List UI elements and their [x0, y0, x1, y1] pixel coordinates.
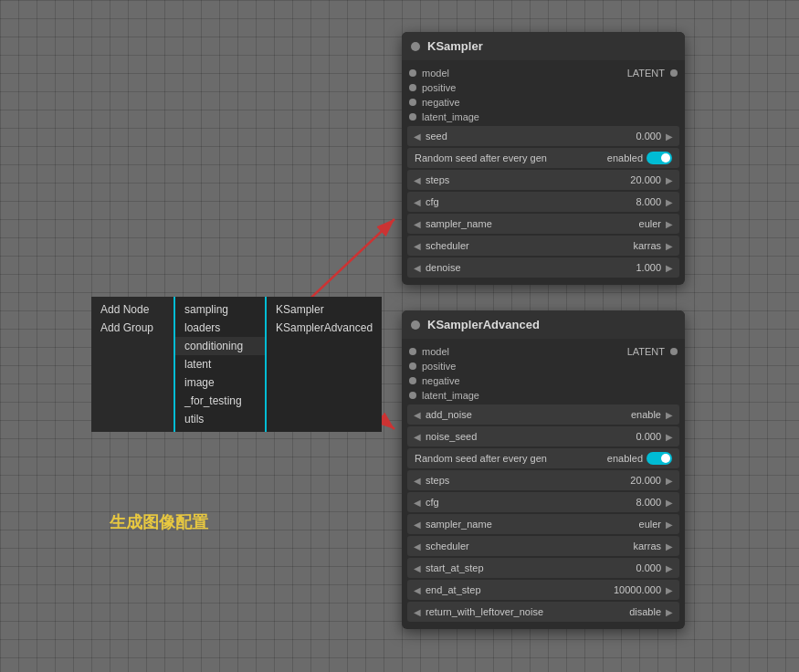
- ksampler-adv-steps-row[interactable]: ◀ steps 20.000 ▶: [407, 470, 679, 490]
- ksampler-adv-start-at-step-left[interactable]: ◀: [411, 563, 424, 573]
- ksampler-adv-scheduler-row[interactable]: ◀ scheduler karras ▶: [407, 536, 679, 556]
- ksampler-seed-row[interactable]: ◀ seed 0.000 ▶: [407, 126, 679, 146]
- ksampler-sampler-name-label: sampler_name: [424, 218, 639, 229]
- ksampler-adv-scheduler-label: scheduler: [424, 541, 633, 551]
- context-menu-right: KSampler KSamplerAdvanced: [265, 297, 382, 432]
- ksampler-adv-cfg-right[interactable]: ▶: [663, 498, 676, 508]
- ksampler-adv-return-noise-left[interactable]: ◀: [411, 607, 424, 617]
- ksampler-toggle-row[interactable]: Random seed after every gen enabled: [407, 148, 679, 168]
- ksampler-adv-add-noise-left[interactable]: ◀: [411, 410, 424, 420]
- ksampler-denoise-value: 1.000: [636, 262, 663, 273]
- ksampler-adv-return-noise-row[interactable]: ◀ return_with_leftover_noise disable ▶: [407, 602, 679, 622]
- ksampler-port-positive-label: positive: [422, 82, 678, 93]
- ksampler-adv-return-noise-right[interactable]: ▶: [663, 607, 676, 617]
- ksampler-cfg-value: 8.000: [636, 196, 663, 207]
- ksampler-adv-noise-seed-left[interactable]: ◀: [411, 432, 424, 442]
- ksampler-denoise-row[interactable]: ◀ denoise 1.000 ▶: [407, 257, 679, 278]
- ksampler-seed-left[interactable]: ◀: [411, 131, 424, 142]
- ksampler-latent-dot: [670, 69, 678, 77]
- ksampler-adv-noise-seed-label: noise_seed: [424, 431, 636, 442]
- ksampler-adv-start-at-step-right[interactable]: ▶: [663, 563, 676, 573]
- menu-conditioning[interactable]: conditioning: [175, 337, 265, 355]
- ksampler-port-model-label: model: [422, 68, 622, 79]
- ksampler-adv-toggle-switch[interactable]: [647, 452, 672, 465]
- ksampler-seed-value: 0.000: [636, 131, 663, 142]
- ksampler-sampler-name-value: euler: [639, 218, 663, 229]
- ksampler-adv-toggle-label: Random seed after every gen: [415, 453, 607, 464]
- ksampler-node: KSampler model LATENT positive negative …: [402, 32, 685, 285]
- ksampler-adv-port-model-label: model: [422, 346, 622, 357]
- ksampler-port-latent-image-dot: [409, 113, 416, 121]
- menu-add-group[interactable]: Add Group: [91, 319, 173, 337]
- menu-loaders[interactable]: loaders: [175, 319, 265, 337]
- ksampler-sampler-name-left[interactable]: ◀: [411, 219, 424, 229]
- ksampler-port-negative-dot: [409, 99, 416, 106]
- ksampler-adv-scheduler-right[interactable]: ▶: [663, 541, 676, 551]
- ksampler-steps-left[interactable]: ◀: [411, 175, 424, 185]
- ksampler-denoise-right[interactable]: ▶: [663, 263, 676, 273]
- ksampler-adv-sampler-name-left[interactable]: ◀: [411, 520, 424, 530]
- ksampler-steps-right[interactable]: ▶: [663, 175, 676, 185]
- ksampler-adv-latent-label: LATENT: [627, 346, 665, 357]
- menu-image[interactable]: image: [175, 373, 265, 392]
- ksampler-cfg-row[interactable]: ◀ cfg 8.000 ▶: [407, 192, 679, 212]
- ksampler-adv-sampler-name-value: euler: [639, 519, 663, 530]
- ksampler-toggle-switch[interactable]: [647, 152, 672, 164]
- ksampler-adv-cfg-row[interactable]: ◀ cfg 8.000 ▶: [407, 492, 679, 512]
- ksampler-scheduler-right[interactable]: ▶: [663, 241, 676, 251]
- ksampler-scheduler-left[interactable]: ◀: [411, 241, 424, 251]
- ksampler-scheduler-row[interactable]: ◀ scheduler karras ▶: [407, 236, 679, 256]
- ksampler-adv-end-at-step-row[interactable]: ◀ end_at_step 10000.000 ▶: [407, 580, 679, 600]
- menu-utils[interactable]: utils: [175, 410, 265, 428]
- ksampler-adv-add-noise-right[interactable]: ▶: [663, 410, 676, 420]
- ksampler-adv-scheduler-left[interactable]: ◀: [411, 541, 424, 551]
- ksampler-adv-start-at-step-label: start_at_step: [424, 562, 636, 573]
- ksampler-seed-right[interactable]: ▶: [663, 131, 676, 142]
- menu-sampling[interactable]: sampling: [175, 300, 265, 319]
- ksampler-adv-sampler-name-row[interactable]: ◀ sampler_name euler ▶: [407, 514, 679, 534]
- ksampler-sampler-name-row[interactable]: ◀ sampler_name euler ▶: [407, 214, 679, 234]
- ksampler-cfg-left[interactable]: ◀: [411, 197, 424, 207]
- ksampler-adv-sampler-name-right[interactable]: ▶: [663, 520, 676, 530]
- ksampler-toggle-value: enabled: [607, 152, 643, 163]
- ksampler-adv-port-negative: negative: [402, 373, 685, 388]
- ksampler-adv-scheduler-value: karras: [633, 541, 663, 551]
- ksampler-cfg-right[interactable]: ▶: [663, 197, 676, 207]
- ksampler-adv-noise-seed-right[interactable]: ▶: [663, 432, 676, 442]
- ksampler-adv-cfg-left[interactable]: ◀: [411, 498, 424, 508]
- ksampler-header: KSampler: [402, 32, 685, 60]
- ksampler-adv-toggle-row[interactable]: Random seed after every gen enabled: [407, 448, 679, 468]
- ksampler-adv-steps-left[interactable]: ◀: [411, 476, 424, 486]
- ksampler-adv-add-noise-value: enable: [631, 409, 663, 420]
- ksampler-adv-start-at-step-row[interactable]: ◀ start_at_step 0.000 ▶: [407, 558, 679, 578]
- menu-add-node[interactable]: Add Node: [91, 300, 173, 319]
- ksampler-adv-noise-seed-value: 0.000: [636, 431, 663, 442]
- ksampler-adv-end-at-step-value: 10000.000: [614, 584, 663, 595]
- menu-ksampler[interactable]: KSampler: [267, 300, 382, 319]
- ksampler-scheduler-value: karras: [633, 240, 663, 251]
- ksampler-adv-port-model-dot: [409, 348, 416, 355]
- ksampler-adv-port-model: model LATENT: [402, 344, 685, 359]
- ksampler-adv-port-positive: positive: [402, 359, 685, 373]
- ksampler-adv-toggle-value: enabled: [607, 453, 643, 464]
- ksampler-adv-end-at-step-left[interactable]: ◀: [411, 585, 424, 595]
- ksampler-adv-add-noise-row[interactable]: ◀ add_noise enable ▶: [407, 404, 679, 425]
- ksampler-adv-end-at-step-right[interactable]: ▶: [663, 585, 676, 595]
- ksampler-sampler-name-right[interactable]: ▶: [663, 219, 676, 229]
- ksampler-port-positive: positive: [402, 80, 685, 95]
- ksampler-adv-steps-value: 20.000: [630, 475, 663, 486]
- ksampler-adv-port-latent-image-dot: [409, 392, 416, 399]
- ksampler-cfg-label: cfg: [424, 196, 636, 207]
- ksampler-adv-sampler-name-label: sampler_name: [424, 519, 639, 530]
- ksampler-denoise-left[interactable]: ◀: [411, 263, 424, 273]
- ksampler-port-latent-image-label: latent_image: [422, 111, 678, 122]
- menu-latent[interactable]: latent: [175, 355, 265, 373]
- ksampler-seed-label: seed: [424, 131, 636, 142]
- ksampler-adv-steps-right[interactable]: ▶: [663, 476, 676, 486]
- ksampler-port-negative-label: negative: [422, 97, 678, 108]
- ksampler-steps-row[interactable]: ◀ steps 20.000 ▶: [407, 170, 679, 190]
- ksampler-adv-noise-seed-row[interactable]: ◀ noise_seed 0.000 ▶: [407, 426, 679, 446]
- ksampler-advanced-header: KSamplerAdvanced: [402, 310, 685, 339]
- menu-for-testing[interactable]: _for_testing: [175, 392, 265, 410]
- menu-ksampler-advanced[interactable]: KSamplerAdvanced: [267, 319, 382, 337]
